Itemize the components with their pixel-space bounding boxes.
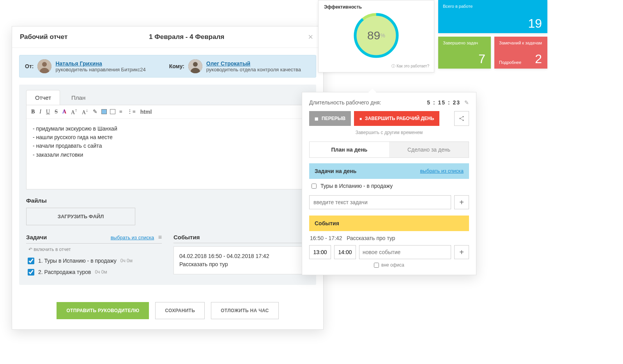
tile-title: Замечаний к задачам xyxy=(499,41,543,45)
ordered-list-icon[interactable]: ≡ xyxy=(119,109,123,115)
add-task-button[interactable]: + xyxy=(454,195,469,209)
svg-point-1 xyxy=(42,62,47,67)
tab-report[interactable]: Отчет xyxy=(26,90,60,105)
send-to-manager-button[interactable]: ОТПРАВИТЬ РУКОВОДИТЕЛЮ xyxy=(57,302,149,319)
video-icon[interactable] xyxy=(110,109,115,114)
editor-line: - придумали экскурсию в Шанхай xyxy=(33,124,303,133)
modal-header: Рабочий отчет 1 Февраля - 4 Февраля × xyxy=(12,27,323,48)
task-duration: 0ч 0м xyxy=(95,269,107,275)
sort-icon[interactable]: ≡ xyxy=(158,234,162,240)
tile-title: Всего в работе xyxy=(443,4,543,9)
pick-from-list-link[interactable]: выбрать из списка xyxy=(111,235,154,240)
tab-plan[interactable]: План xyxy=(62,90,94,105)
event-item: 04.02.2018 16:50 - 04.02.2018 17:42 Расс… xyxy=(173,246,309,274)
italic-icon[interactable]: I xyxy=(39,109,42,115)
task-row: 2. Распродажа туров 0ч 0м xyxy=(26,267,162,278)
events-title: События xyxy=(173,234,200,240)
tile-in-work[interactable]: Всего в работе 19 xyxy=(438,0,547,33)
font-size-dec-icon[interactable]: A↓ xyxy=(81,108,89,116)
unordered-list-icon[interactable]: ⋮≡ xyxy=(126,108,136,115)
recipient-avatar[interactable] xyxy=(188,59,202,73)
end-workday-button[interactable]: ЗАВЕРШИТЬ РАБОЧИЙ ДЕНЬ xyxy=(354,111,439,126)
edit-time-icon[interactable]: ✎ xyxy=(464,99,469,106)
close-icon[interactable]: × xyxy=(306,32,315,42)
svg-point-4 xyxy=(193,62,198,67)
text-color-icon[interactable]: A xyxy=(62,109,67,115)
out-of-office-row: вне офиса xyxy=(309,262,469,268)
upload-file-button[interactable]: ЗАГРУЗИТЬ ФАЙЛ xyxy=(26,208,135,225)
tile-remarks[interactable]: Замечаний к задачам Подробнее 2 xyxy=(494,37,547,69)
day-events-header: События xyxy=(309,216,469,231)
rich-text-editor: B I U S A A↑ A↓ ✎ ≡ ⋮≡ html - придумали … xyxy=(26,105,309,189)
efficiency-unit: % xyxy=(380,32,385,39)
duration-label: Длительность рабочего дня: xyxy=(309,99,381,106)
workday-panel: Длительность рабочего дня: 5 : 15 : 23 ✎… xyxy=(302,92,476,275)
underline-icon[interactable]: U xyxy=(45,109,51,115)
day-task-item: Туры в Испанию - в продажу xyxy=(309,179,469,193)
tab-day-done[interactable]: Сделано за день xyxy=(389,142,469,157)
tile-completed[interactable]: Завершено задач 7 xyxy=(438,37,491,69)
new-task-input[interactable] xyxy=(309,195,451,209)
from-label: От: xyxy=(25,63,34,69)
recipient-block: Кому: Олег Строкатый руководитель отдела… xyxy=(169,59,301,73)
strike-icon[interactable]: S xyxy=(54,109,58,115)
font-size-inc-icon[interactable]: A↑ xyxy=(70,108,78,116)
efficiency-title: Эффективность xyxy=(324,4,428,10)
task-checkbox[interactable] xyxy=(28,258,34,264)
efficiency-card: Эффективность 89% Как это работает? xyxy=(318,0,434,72)
day-task-label: Туры в Испанию - в продажу xyxy=(320,183,393,189)
pause-icon xyxy=(315,116,319,121)
svg-point-11 xyxy=(462,120,464,121)
duration-value: 5 : 15 : 23 xyxy=(427,99,460,106)
sender-name-link[interactable]: Наталья Грихина xyxy=(55,60,145,67)
svg-line-12 xyxy=(460,117,462,118)
html-mode-button[interactable]: html xyxy=(140,109,153,115)
pick-from-list-link[interactable]: выбрать из списка xyxy=(420,168,464,174)
add-event-button[interactable]: + xyxy=(454,245,469,259)
bold-icon[interactable]: B xyxy=(30,109,35,115)
sender-avatar[interactable] xyxy=(37,59,51,73)
work-report-modal: Рабочий отчет 1 Февраля - 4 Февраля × От… xyxy=(12,26,324,330)
recipient-name-link[interactable]: Олег Строкатый xyxy=(206,60,301,67)
out-of-office-checkbox[interactable] xyxy=(374,263,379,268)
editor-line: - нашли русского гида на месте xyxy=(33,133,303,141)
end-label: ЗАВЕРШИТЬ РАБОЧИЙ ДЕНЬ xyxy=(365,116,434,121)
tile-more-link[interactable]: Подробнее xyxy=(499,60,521,65)
to-label: Кому: xyxy=(169,63,184,69)
image-icon[interactable] xyxy=(101,109,107,114)
task-label: 2. Распродажа туров xyxy=(38,269,91,275)
editor-content-area[interactable]: - придумали экскурсию в Шанхай - нашли р… xyxy=(27,119,309,189)
task-checkbox[interactable] xyxy=(28,269,34,276)
task-row: 1. Туры в Испанию - в продажу 0ч 0м xyxy=(26,255,162,267)
event-time: 04.02.2018 16:50 - 04.02.2018 17:42 xyxy=(179,252,303,260)
save-button[interactable]: СОХРАНИТЬ xyxy=(155,302,205,319)
svg-point-10 xyxy=(462,116,464,117)
pause-label: ПЕРЕРЫВ xyxy=(322,116,345,121)
task-label: 1. Туры в Испанию - в продажу xyxy=(38,258,117,264)
day-event-name: Рассказать про тур xyxy=(347,235,395,241)
event-start-input[interactable] xyxy=(309,245,331,259)
modal-body: Отчет План B I U S A A↑ A↓ ✎ ≡ ⋮≡ html -… xyxy=(19,85,316,285)
tab-day-plan[interactable]: План на день xyxy=(310,142,389,157)
tile-value: 19 xyxy=(528,16,542,31)
editor-toolbar: B I U S A A↑ A↓ ✎ ≡ ⋮≡ html xyxy=(27,105,309,119)
clear-format-icon[interactable]: ✎ xyxy=(92,108,98,115)
sender-recipient-bar: От: Наталья Грихина руководитель направл… xyxy=(19,55,316,78)
postpone-button[interactable]: ОТЛОЖИТЬ НА ЧАС xyxy=(211,302,278,319)
day-event-time: 16:50 - 17:42 xyxy=(310,235,342,241)
tasks-column: Задачи выбрать из списка ≡ включить в от… xyxy=(26,234,162,278)
files-section-label: Файлы xyxy=(26,197,309,204)
stop-icon xyxy=(359,116,362,121)
tile-value: 7 xyxy=(478,52,485,66)
day-event-item: 16:50 - 17:42 Рассказать про тур xyxy=(309,231,469,245)
how-it-works-link[interactable]: Как это работает? xyxy=(391,64,429,69)
day-task-checkbox[interactable] xyxy=(312,184,317,189)
day-tasks-title: Задачи на день xyxy=(315,168,356,174)
pause-button[interactable]: ПЕРЕРЫВ xyxy=(309,111,351,126)
event-end-input[interactable] xyxy=(334,245,356,259)
event-name-input[interactable] xyxy=(359,245,451,259)
finish-other-time-link[interactable]: Завершить с другим временем xyxy=(309,130,469,135)
modal-title: Рабочий отчет xyxy=(20,33,67,41)
efficiency-gauge: 89% xyxy=(353,12,400,59)
share-button[interactable] xyxy=(454,111,469,126)
